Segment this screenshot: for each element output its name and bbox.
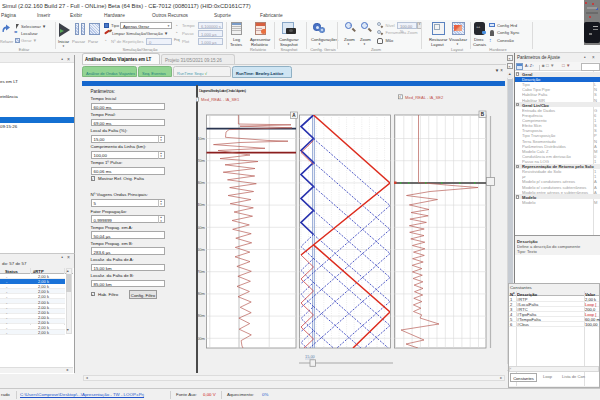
svg-text:15,00: 15,00 (305, 354, 316, 359)
svg-text:60.70m: 60.70m (196, 269, 206, 274)
svg-text:60.30m: 60.30m (196, 180, 206, 185)
svg-text:60.80m: 60.80m (196, 291, 206, 296)
svg-text:61.00m: 61.00m (196, 336, 206, 341)
svg-text:60.90m: 60.90m (196, 313, 206, 318)
svg-text:60.20m: 60.20m (196, 158, 206, 163)
svg-text:60.10m: 60.10m (196, 136, 206, 141)
svg-text:60.50m: 60.50m (196, 225, 206, 230)
svg-text:Diagrama Bewley-Lattice (Ondas: Diagrama Bewley-Lattice (Ondas Viajantes… (199, 88, 247, 93)
svg-text:Med_REAL - IA_SE2: Med_REAL - IA_SE2 (405, 95, 444, 100)
svg-text:60.60m: 60.60m (196, 247, 206, 252)
svg-text:60.40m: 60.40m (196, 202, 206, 207)
svg-text:Med_REAL - IA_SE1: Med_REAL - IA_SE1 (201, 97, 240, 102)
